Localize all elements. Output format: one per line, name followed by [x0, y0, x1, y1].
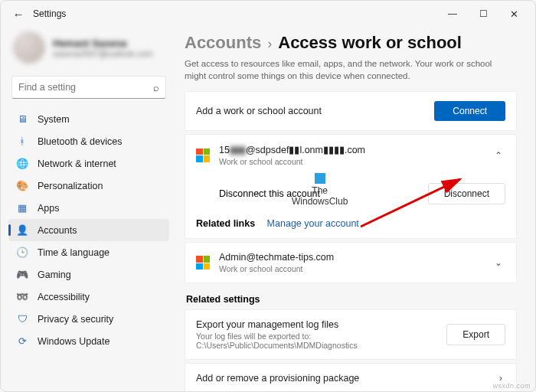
profile-block[interactable]: Hemant Saxena saxena2507@outlook.com: [5, 27, 172, 73]
search-input[interactable]: [18, 82, 153, 93]
time-icon: 🕒: [16, 247, 28, 258]
export-sub: Your log files will be exported to: C:\U…: [196, 332, 437, 350]
sidebar-item-label: Accounts: [38, 225, 77, 236]
sidebar-item-label: Windows Update: [38, 336, 110, 347]
account-email: Admin@techmate-tips.com: [219, 252, 334, 263]
apps-icon: ▦: [16, 202, 28, 214]
sidebar-item-system[interactable]: 🖥System: [8, 108, 169, 130]
nav-list: 🖥System ᚼBluetooth & devices 🌐Network & …: [5, 106, 172, 354]
breadcrumb-root[interactable]: Accounts: [185, 33, 261, 53]
sidebar-item-label: Bluetooth & devices: [38, 136, 123, 147]
export-card: Export your management log files Your lo…: [185, 309, 517, 360]
add-account-label: Add a work or school account: [196, 106, 425, 116]
disconnect-row: Disconnect this account Disconnect: [185, 175, 516, 212]
export-title: Export your management log files: [196, 319, 338, 330]
add-account-card: Add a work or school account Connect: [185, 91, 517, 131]
sidebar-item-accounts[interactable]: 👤Accounts: [8, 219, 169, 241]
sidebar-item-label: Time & language: [38, 247, 109, 258]
page-title: Access work or school: [278, 33, 462, 53]
microsoft-logo-icon: [196, 256, 210, 270]
profile-email: saxena2507@outlook.com: [53, 49, 152, 58]
gaming-icon: 🎮: [16, 269, 28, 280]
bluetooth-icon: ᚼ: [16, 136, 28, 147]
chevron-down-icon: ⌄: [492, 257, 505, 268]
sidebar-item-update[interactable]: ⟳Windows Update: [8, 330, 169, 352]
sidebar-item-gaming[interactable]: 🎮Gaming: [8, 263, 169, 286]
system-icon: 🖥: [16, 113, 28, 125]
window-title: Settings: [30, 8, 66, 19]
sidebar: Hemant Saxena saxena2507@outlook.com ⌕ 🖥…: [1, 27, 177, 391]
account-email: 15▮▮▮@sdpsdef▮▮l.onm▮▮▮▮.com: [219, 145, 365, 155]
minimize-button[interactable]: —: [437, 8, 468, 19]
avatar: [13, 31, 45, 64]
privacy-icon: 🛡: [16, 313, 28, 325]
connect-button[interactable]: Connect: [434, 101, 505, 121]
sidebar-item-time[interactable]: 🕒Time & language: [8, 241, 169, 263]
sidebar-item-accessibility[interactable]: ➿Accessibility: [8, 286, 169, 308]
sidebar-item-apps[interactable]: ▦Apps: [8, 197, 169, 219]
account-card-1: 15▮▮▮@sdpsdef▮▮l.onm▮▮▮▮.com Work or sch…: [185, 134, 517, 239]
page-description: Get access to resources like email, apps…: [185, 57, 514, 82]
search-box[interactable]: ⌕: [11, 76, 166, 99]
sidebar-item-label: System: [38, 114, 70, 125]
update-icon: ⟳: [16, 335, 28, 347]
export-button[interactable]: Export: [446, 324, 505, 345]
provisioning-card[interactable]: Add or remove a provisioning package ›: [185, 363, 517, 391]
close-button[interactable]: ✕: [498, 8, 529, 20]
sidebar-item-label: Privacy & security: [38, 314, 113, 325]
sidebar-item-label: Network & internet: [38, 158, 116, 169]
profile-name: Hemant Saxena: [53, 38, 152, 49]
accounts-icon: 👤: [16, 224, 28, 236]
sidebar-item-privacy[interactable]: 🛡Privacy & security: [8, 308, 169, 330]
sidebar-item-label: Apps: [38, 203, 60, 214]
sidebar-item-network[interactable]: 🌐Network & internet: [8, 152, 169, 175]
maximize-button[interactable]: ☐: [468, 8, 498, 19]
microsoft-logo-icon: [196, 149, 210, 162]
account-row-1[interactable]: 15▮▮▮@sdpsdef▮▮l.onm▮▮▮▮.com Work or sch…: [185, 135, 516, 175]
content-area: Accounts › Access work or school Get acc…: [177, 27, 535, 391]
breadcrumb: Accounts › Access work or school: [185, 33, 517, 53]
sidebar-item-bluetooth[interactable]: ᚼBluetooth & devices: [8, 130, 169, 152]
related-links-row: Related links Manage your account: [185, 212, 516, 238]
account-type: Work or school account: [219, 264, 482, 273]
related-settings-title: Related settings: [186, 294, 517, 305]
related-links-title: Related links: [196, 218, 255, 229]
sidebar-item-label: Accessibility: [38, 292, 90, 302]
account-card-2[interactable]: Admin@techmate-tips.com Work or school a…: [185, 242, 517, 283]
provisioning-label: Add or remove a provisioning package: [196, 373, 487, 384]
footer-watermark: wsxdn.com: [492, 382, 531, 390]
manage-account-link[interactable]: Manage your account: [267, 218, 359, 229]
disconnect-button[interactable]: Disconnect: [428, 183, 505, 204]
chevron-right-icon: ›: [267, 36, 272, 52]
account-type: Work or school account: [219, 157, 482, 166]
network-icon: 🌐: [16, 158, 28, 169]
chevron-up-icon: ⌃: [492, 150, 505, 161]
search-icon: ⌕: [153, 82, 159, 93]
sidebar-item-label: Gaming: [38, 270, 71, 280]
disconnect-label: Disconnect this account: [219, 188, 428, 199]
personalization-icon: 🎨: [16, 180, 28, 191]
back-button[interactable]: ←: [7, 8, 30, 21]
sidebar-item-label: Personalization: [38, 181, 103, 191]
sidebar-item-personalization[interactable]: 🎨Personalization: [8, 175, 169, 197]
accessibility-icon: ➿: [16, 291, 28, 302]
titlebar: ← Settings — ☐ ✕: [1, 1, 535, 27]
